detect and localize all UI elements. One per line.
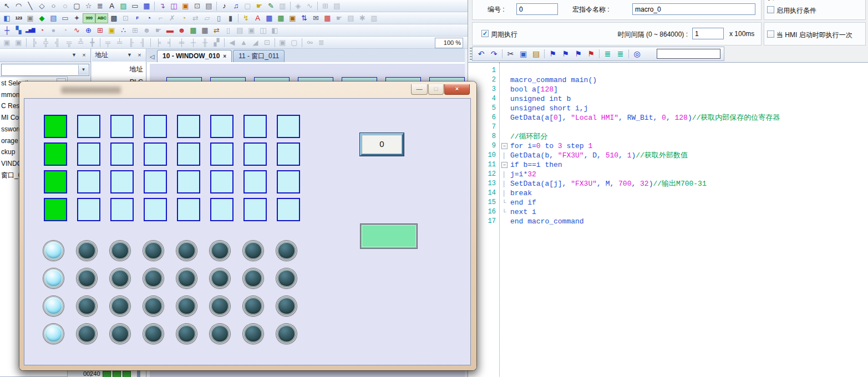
calendar-icon[interactable]: ▦: [322, 13, 333, 24]
hand-pick-icon[interactable]: ☛: [253, 1, 265, 12]
macro-search-input[interactable]: [657, 49, 720, 59]
led-indicator-off[interactable]: [143, 324, 164, 344]
led-indicator-off[interactable]: [276, 324, 297, 344]
toggle-bookmark-icon[interactable]: ⚑: [546, 48, 559, 59]
led-indicator-off[interactable]: [210, 296, 230, 316]
green-rectangle-indicator[interactable]: [361, 224, 417, 248]
save-window-icon[interactable]: ⊡: [191, 1, 203, 12]
led-indicator-off[interactable]: [176, 241, 197, 261]
macro-name-input[interactable]: [632, 3, 755, 15]
bit-lamp-square-off[interactable]: [144, 198, 167, 221]
led-indicator-off[interactable]: [276, 241, 297, 261]
barcode-icon[interactable]: ▩: [108, 13, 120, 24]
picture-view-icon[interactable]: ▣: [106, 25, 118, 36]
run-once-checkbox[interactable]: [767, 30, 774, 38]
led-indicator-off[interactable]: [210, 268, 230, 288]
indent-icon[interactable]: ≣: [601, 48, 614, 59]
led-indicator-off[interactable]: [243, 324, 263, 344]
circle-tool-icon[interactable]: ◌: [59, 1, 71, 12]
bit-lamp-square-off[interactable]: [243, 142, 267, 166]
led-indicator-on[interactable]: [43, 241, 64, 261]
bit-lamp-square-off[interactable]: [77, 170, 100, 193]
clipboard-time-icon[interactable]: ▣: [287, 13, 298, 24]
schedule-icon[interactable]: ▦: [275, 13, 287, 24]
bit-lamp-icon[interactable]: ◧: [1, 13, 13, 24]
edit-window-icon[interactable]: ✎: [265, 1, 277, 12]
ellipse-tool-icon[interactable]: ○: [48, 1, 59, 12]
select-tool-icon[interactable]: ↖: [1, 1, 13, 12]
bit-lamp-square-off[interactable]: [277, 170, 300, 193]
trend-display-icon[interactable]: ∿: [71, 25, 83, 36]
led-indicator-off[interactable]: [243, 296, 263, 316]
bit-lamp-square-off[interactable]: [144, 142, 167, 166]
prev-bookmark-icon[interactable]: ⚑: [572, 48, 585, 59]
meter-icon[interactable]: ◔: [36, 25, 48, 36]
find-replace-icon[interactable]: ◎: [631, 48, 643, 59]
maximize-button[interactable]: □: [428, 84, 444, 95]
window-list-item[interactable]: orage: [1, 136, 18, 145]
font-manage-icon[interactable]: A: [252, 13, 263, 24]
undo-icon[interactable]: ↶: [475, 48, 488, 59]
bit-lamp-square-off[interactable]: [210, 115, 234, 138]
bit-lamp-square-off[interactable]: [243, 115, 267, 138]
led-indicator-off[interactable]: [110, 324, 130, 344]
tab-11 - 窗口_011[interactable]: 11 - 窗口_011: [233, 50, 285, 62]
led-indicator-off[interactable]: [176, 324, 197, 344]
event-log-icon[interactable]: ▦: [187, 25, 199, 36]
window-filter-combobox[interactable]: ▼: [1, 64, 89, 76]
image-library-icon[interactable]: ▣: [180, 1, 191, 12]
text-input-icon[interactable]: ▭: [59, 13, 71, 24]
exec-condition-checkbox[interactable]: [767, 6, 774, 13]
pane-menu-icon[interactable]: ▼: [125, 51, 134, 59]
led-indicator-on[interactable]: [43, 324, 64, 344]
multi-state-icon[interactable]: ▣: [24, 13, 36, 24]
function-key-icon[interactable]: F: [131, 13, 143, 24]
bit-lamp-square-off[interactable]: [277, 198, 300, 221]
led-indicator-off[interactable]: [176, 296, 197, 316]
bit-lamp-square-off[interactable]: [210, 170, 234, 193]
led-indicator-off[interactable]: [176, 268, 197, 288]
picture-tool-icon[interactable]: ▨: [118, 1, 129, 12]
history-table-icon[interactable]: ⊞: [94, 25, 106, 36]
compass-icon[interactable]: ⊕: [83, 25, 94, 36]
led-indicator-off[interactable]: [77, 241, 97, 261]
numeric-display-icon[interactable]: 999: [83, 13, 95, 23]
key-object-icon[interactable]: ✦: [71, 13, 83, 24]
chevron-down-icon[interactable]: ▼: [78, 65, 88, 75]
scale-tool-icon[interactable]: ≣: [94, 1, 106, 12]
pane-close-icon[interactable]: ×: [80, 51, 88, 59]
moving-shape-icon[interactable]: ◆: [36, 13, 48, 24]
macro-code-editor[interactable]: 12macro_command main()3bool a[128]4unsig…: [468, 62, 868, 377]
bit-lamp-square-off[interactable]: [277, 142, 300, 166]
mail-icon[interactable]: ✉: [310, 13, 322, 24]
bar-graph-icon[interactable]: ▂▅▇: [24, 25, 36, 36]
timer-icon[interactable]: ◔: [143, 13, 155, 24]
open-window-icon[interactable]: ▤: [203, 1, 215, 12]
bit-lamp-square-off[interactable]: [77, 198, 100, 221]
flow-block-icon[interactable]: ▚: [13, 25, 24, 36]
led-indicator-off[interactable]: [143, 268, 164, 288]
bit-lamp-square-off[interactable]: [144, 170, 167, 193]
bit-lamp-square-off[interactable]: [77, 142, 100, 166]
sound-library-icon[interactable]: ♫: [230, 1, 242, 12]
polygon-tool-icon[interactable]: ◇: [36, 1, 48, 12]
close-button[interactable]: ×: [444, 84, 470, 95]
bit-lamp-square-on[interactable]: [44, 115, 67, 138]
doc-icon[interactable]: ▯: [213, 13, 225, 24]
fold-toggle-icon[interactable]: −: [501, 143, 507, 149]
clear-bookmarks-icon[interactable]: ⚑: [585, 48, 597, 59]
bit-lamp-square-on[interactable]: [44, 170, 67, 193]
pane-menu-icon[interactable]: ▼: [70, 51, 78, 59]
led-indicator-off[interactable]: [276, 296, 297, 316]
arc-tool-icon[interactable]: ◠: [13, 1, 24, 12]
led-indicator-off[interactable]: [143, 296, 164, 316]
bit-lamp-square-off[interactable]: [210, 198, 234, 221]
bit-lamp-square-off[interactable]: [177, 142, 200, 166]
scatter-icon[interactable]: ∴: [118, 25, 129, 36]
tab-nav-left-icon[interactable]: ◁: [147, 51, 157, 62]
bag-icon[interactable]: ▮: [225, 13, 236, 24]
rect-tool-icon[interactable]: ▢: [71, 1, 83, 12]
star-tool-icon[interactable]: ☆: [83, 1, 94, 12]
led-indicator-off[interactable]: [143, 241, 164, 261]
outdent-icon[interactable]: ≣: [614, 48, 627, 59]
